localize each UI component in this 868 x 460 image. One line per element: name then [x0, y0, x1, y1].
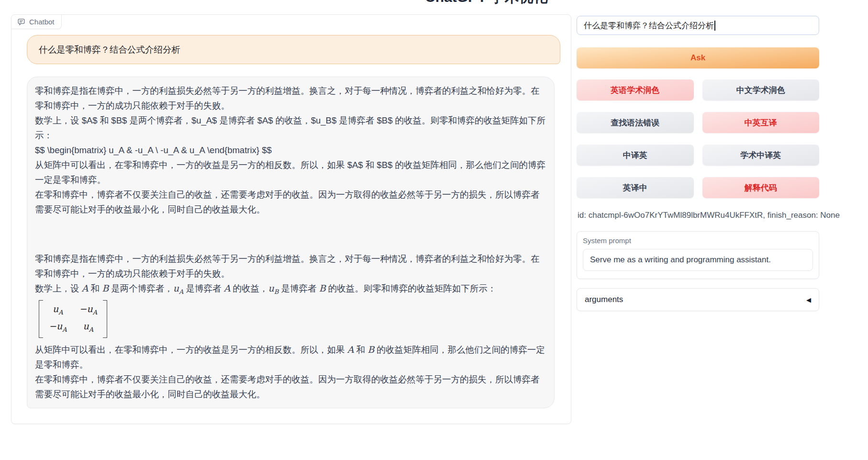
button-find-grammar-errors[interactable]: 查找语法错误	[577, 112, 694, 133]
chat-messages: 什么是零和博弈？结合公式介绍分析 零和博弈是指在博弈中，一方的利益损失必然等于另…	[27, 35, 560, 412]
matrix-right-bracket	[103, 300, 107, 338]
bot-raw-line-3: 从矩阵中可以看出，在零和博弈中，一方的收益是另一方的相反数。所以，如果 $A$ …	[35, 157, 546, 187]
user-message-bubble: 什么是零和博弈？结合公式介绍分析	[27, 35, 560, 64]
status-line: id: chatcmpl-6wOo7KrYTwMl89lbrMWRu4UkFFX…	[578, 211, 826, 220]
button-english-academic-polish[interactable]: 英语学术润色	[577, 79, 694, 101]
button-academic-zh-to-en[interactable]: 学术中译英	[702, 145, 820, 166]
bot-raw-formula: $$ \begin{bmatrix} u_A & -u_A \ -u_A & u…	[35, 143, 546, 157]
button-chinese-academic-polish[interactable]: 中文学术润色	[702, 79, 820, 101]
system-prompt-group: System prompt Serve me as a writing and …	[577, 231, 819, 279]
matrix-cell: −uA	[49, 319, 67, 337]
quick-action-grid: 英语学术润色 中文学术润色 查找语法错误 中英互译 中译英 学术中译英 英译中 …	[577, 79, 819, 198]
chat-bubble-icon	[17, 18, 25, 26]
bot-rendered-line-4: 在零和博弈中，博弈者不仅要关注自己的收益，还需要考虑对手的收益。因为一方取得的收…	[35, 372, 546, 402]
bot-raw-line-1: 零和博弈是指在博弈中，一方的利益损失必然等于另一方的利益增益。换言之，对于每一种…	[35, 83, 546, 113]
bot-raw-line-4: 在零和博弈中，博弈者不仅要关注自己的收益，还需要考虑对手的收益。因为一方取得的收…	[35, 187, 546, 217]
app-root: ChatGPT 学术优化 Chatbot 什么是零和博弈？结合公式介绍分析 零和…	[0, 0, 868, 460]
bot-message-bubble: 零和博弈是指在博弈中，一方的利益损失必然等于另一方的利益增益。换言之，对于每一种…	[27, 77, 555, 408]
bot-rendered-line-3: 从矩阵中可以看出，在零和博弈中，一方的收益是另一方的相反数。所以，如果 A 和 …	[35, 342, 546, 372]
system-prompt-input[interactable]: Serve me as a writing and programming as…	[583, 249, 813, 271]
bot-raw-line-2: 数学上，设 $A$ 和 $B$ 是两个博弈者，$u_A$ 是博弈者 $A$ 的收…	[35, 113, 546, 143]
user-message-text: 什么是零和博弈？结合公式介绍分析	[39, 45, 180, 55]
question-input-value: 什么是零和博弈？结合公式介绍分析	[584, 20, 714, 31]
matrix-left-bracket	[39, 300, 43, 338]
button-en-to-zh[interactable]: 英译中	[577, 177, 694, 198]
control-column: 什么是零和博弈？结合公式介绍分析 Ask 英语学术润色 中文学术润色 查找语法错…	[577, 14, 819, 349]
matrix-cell: uA	[79, 319, 98, 337]
system-prompt-label: System prompt	[583, 236, 813, 245]
ask-button[interactable]: Ask	[577, 47, 819, 68]
button-zh-en-mutual-translate[interactable]: 中英互译	[702, 112, 820, 133]
button-zh-to-en[interactable]: 中译英	[577, 145, 694, 166]
chatbot-label-text: Chatbot	[29, 18, 55, 26]
system-prompt-value: Serve me as a writing and programming as…	[590, 255, 771, 265]
matrix-cells: uA −uA −uA uA	[43, 300, 103, 338]
bot-rendered-line-2: 数学上，设 A 和 B 是两个博弈者，uA 是博弈者 A 的收益，uB 是博弈者…	[35, 281, 546, 299]
matrix-cell: −uA	[79, 302, 98, 319]
text-caret	[714, 21, 715, 31]
accordion-label: arguments	[585, 295, 623, 304]
paragraph-gap	[35, 217, 546, 251]
collapse-triangle-icon: ◀	[806, 296, 811, 303]
button-explain-code[interactable]: 解释代码	[702, 177, 820, 198]
payoff-matrix: uA −uA −uA uA	[39, 300, 107, 338]
chatbot-label: Chatbot	[11, 15, 62, 29]
page-title: ChatGPT 学术优化	[425, 0, 548, 7]
matrix-cell: uA	[49, 302, 67, 319]
arguments-accordion[interactable]: arguments ◀	[577, 288, 819, 311]
bot-rendered-line-1: 零和博弈是指在博弈中，一方的利益损失必然等于另一方的利益增益。换言之，对于每一种…	[35, 251, 546, 281]
question-input[interactable]: 什么是零和博弈？结合公式介绍分析	[577, 16, 819, 35]
chatbot-panel: Chatbot 什么是零和博弈？结合公式介绍分析 零和博弈是指在博弈中，一方的利…	[11, 14, 571, 424]
